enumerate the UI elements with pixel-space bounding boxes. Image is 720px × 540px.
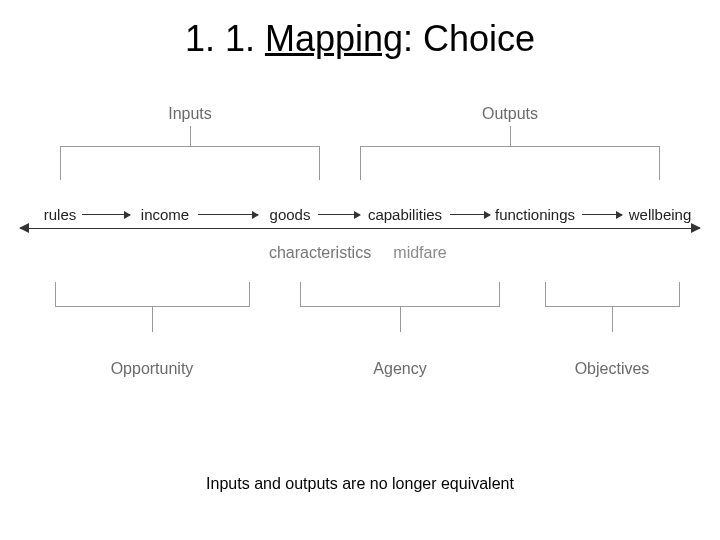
arrow-income-goods	[198, 214, 258, 215]
node-income: income	[141, 206, 189, 223]
label-agency: Agency	[373, 360, 426, 378]
title-underlined: Mapping	[265, 18, 403, 59]
arrow-rules-income	[82, 214, 130, 215]
caption: Inputs and outputs are no longer equival…	[0, 475, 720, 493]
bracket-agency	[300, 282, 500, 332]
title-prefix: 1. 1.	[185, 18, 265, 59]
label-opportunity: Opportunity	[111, 360, 194, 378]
label-objectives: Objectives	[575, 360, 650, 378]
bracket-objectives	[545, 282, 680, 332]
slide: 1. 1. Mapping: Choice Inputs Outputs rul…	[0, 0, 720, 540]
node-capabilities: capabilities	[368, 206, 442, 223]
bracket-opportunity	[55, 282, 250, 332]
node-wellbeing: wellbeing	[629, 206, 692, 223]
slide-title: 1. 1. Mapping: Choice	[0, 18, 720, 60]
arrow-goods-capabilities	[318, 214, 360, 215]
node-rules: rules	[44, 206, 77, 223]
label-outputs: Outputs	[482, 105, 538, 123]
bracket-inputs	[60, 130, 320, 180]
node-functionings: functionings	[495, 206, 575, 223]
node-goods: goods	[270, 206, 311, 223]
axis-arrow	[20, 228, 700, 229]
label-characteristics: characteristics	[269, 244, 371, 262]
label-midfare: midfare	[393, 244, 446, 262]
title-suffix: : Choice	[403, 18, 535, 59]
arrow-functionings-wellbeing	[582, 214, 622, 215]
bracket-outputs	[360, 130, 660, 180]
label-inputs: Inputs	[168, 105, 212, 123]
arrow-capabilities-functionings	[450, 214, 490, 215]
